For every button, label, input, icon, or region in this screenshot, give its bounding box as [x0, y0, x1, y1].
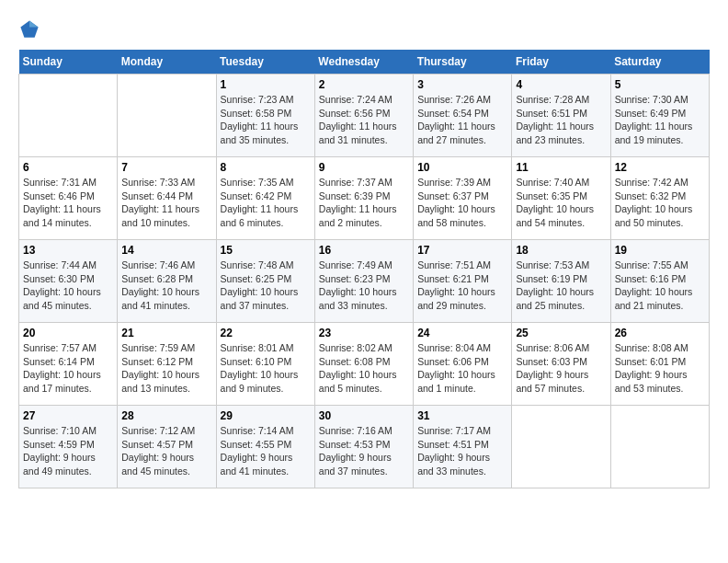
calendar-cell: 6Sunrise: 7:31 AM Sunset: 6:46 PM Daylig…	[19, 157, 118, 240]
calendar-cell	[19, 75, 118, 157]
day-number: 17	[417, 244, 507, 257]
day-info: Sunrise: 7:57 AM Sunset: 6:14 PM Dayligh…	[23, 341, 113, 396]
day-info: Sunrise: 7:33 AM Sunset: 6:44 PM Dayligh…	[121, 176, 211, 230]
weekday-row: SundayMondayTuesdayWednesdayThursdayFrid…	[19, 50, 710, 75]
day-info: Sunrise: 7:17 AM Sunset: 4:51 PM Dayligh…	[417, 424, 507, 478]
day-info: Sunrise: 7:10 AM Sunset: 4:59 PM Dayligh…	[23, 424, 113, 478]
day-info: Sunrise: 7:31 AM Sunset: 6:46 PM Dayligh…	[23, 176, 113, 230]
calendar-cell: 29Sunrise: 7:14 AM Sunset: 4:55 PM Dayli…	[216, 406, 314, 488]
calendar-cell: 28Sunrise: 7:12 AM Sunset: 4:57 PM Dayli…	[118, 406, 216, 488]
calendar-cell: 26Sunrise: 8:08 AM Sunset: 6:01 PM Dayli…	[610, 323, 709, 406]
calendar-cell: 18Sunrise: 7:53 AM Sunset: 6:19 PM Dayli…	[512, 240, 610, 323]
day-info: Sunrise: 8:01 AM Sunset: 6:10 PM Dayligh…	[221, 341, 311, 396]
calendar-cell: 20Sunrise: 7:57 AM Sunset: 6:14 PM Dayli…	[19, 323, 118, 406]
day-number: 13	[23, 244, 113, 257]
day-info: Sunrise: 7:26 AM Sunset: 6:54 PM Dayligh…	[417, 93, 507, 147]
day-info: Sunrise: 7:39 AM Sunset: 6:37 PM Dayligh…	[417, 176, 507, 230]
day-number: 18	[516, 244, 606, 257]
calendar-cell: 7Sunrise: 7:33 AM Sunset: 6:44 PM Daylig…	[118, 157, 216, 240]
day-info: Sunrise: 7:24 AM Sunset: 6:56 PM Dayligh…	[319, 93, 409, 147]
day-number: 29	[221, 409, 311, 422]
day-number: 4	[516, 78, 606, 91]
calendar-cell: 9Sunrise: 7:37 AM Sunset: 6:39 PM Daylig…	[314, 157, 413, 240]
calendar-week-row: 13Sunrise: 7:44 AM Sunset: 6:30 PM Dayli…	[19, 240, 710, 323]
logo-icon	[18, 18, 40, 40]
day-info: Sunrise: 7:35 AM Sunset: 6:42 PM Dayligh…	[221, 176, 311, 230]
calendar-week-row: 6Sunrise: 7:31 AM Sunset: 6:46 PM Daylig…	[19, 157, 710, 240]
calendar-cell: 23Sunrise: 8:02 AM Sunset: 6:08 PM Dayli…	[314, 323, 413, 406]
calendar-cell: 3Sunrise: 7:26 AM Sunset: 6:54 PM Daylig…	[414, 75, 512, 157]
calendar-cell: 16Sunrise: 7:49 AM Sunset: 6:23 PM Dayli…	[314, 240, 413, 323]
day-number: 16	[319, 244, 409, 257]
day-number: 1	[221, 78, 311, 91]
calendar-cell: 8Sunrise: 7:35 AM Sunset: 6:42 PM Daylig…	[216, 157, 314, 240]
day-number: 8	[221, 161, 311, 174]
day-number: 12	[615, 161, 705, 174]
day-info: Sunrise: 7:55 AM Sunset: 6:16 PM Dayligh…	[615, 259, 705, 313]
weekday-header: Tuesday	[216, 50, 314, 75]
weekday-header: Thursday	[414, 50, 512, 75]
day-info: Sunrise: 7:23 AM Sunset: 6:58 PM Dayligh…	[221, 93, 311, 147]
calendar-cell: 30Sunrise: 7:16 AM Sunset: 4:53 PM Dayli…	[314, 406, 413, 488]
day-number: 28	[121, 409, 211, 422]
calendar-cell: 22Sunrise: 8:01 AM Sunset: 6:10 PM Dayli…	[216, 323, 314, 406]
day-number: 14	[121, 244, 211, 257]
calendar-cell: 31Sunrise: 7:17 AM Sunset: 4:51 PM Dayli…	[414, 406, 512, 488]
calendar-cell: 27Sunrise: 7:10 AM Sunset: 4:59 PM Dayli…	[19, 406, 118, 488]
calendar-cell: 1Sunrise: 7:23 AM Sunset: 6:58 PM Daylig…	[216, 75, 314, 157]
calendar-body: 1Sunrise: 7:23 AM Sunset: 6:58 PM Daylig…	[19, 75, 710, 488]
day-info: Sunrise: 7:59 AM Sunset: 6:12 PM Dayligh…	[121, 341, 211, 396]
calendar-cell: 4Sunrise: 7:28 AM Sunset: 6:51 PM Daylig…	[512, 75, 610, 157]
day-info: Sunrise: 8:06 AM Sunset: 6:03 PM Dayligh…	[516, 341, 606, 396]
day-number: 2	[319, 78, 409, 91]
day-number: 15	[221, 244, 311, 257]
svg-marker-1	[29, 20, 39, 27]
calendar-cell: 14Sunrise: 7:46 AM Sunset: 6:28 PM Dayli…	[118, 240, 216, 323]
day-info: Sunrise: 7:42 AM Sunset: 6:32 PM Dayligh…	[615, 176, 705, 230]
day-number: 5	[615, 78, 705, 91]
calendar-week-row: 27Sunrise: 7:10 AM Sunset: 4:59 PM Dayli…	[19, 406, 710, 488]
day-info: Sunrise: 7:28 AM Sunset: 6:51 PM Dayligh…	[516, 93, 606, 147]
day-number: 20	[23, 327, 113, 339]
day-number: 23	[319, 327, 409, 339]
day-info: Sunrise: 7:37 AM Sunset: 6:39 PM Dayligh…	[319, 176, 409, 230]
day-number: 11	[516, 161, 606, 174]
calendar-cell: 17Sunrise: 7:51 AM Sunset: 6:21 PM Dayli…	[414, 240, 512, 323]
day-number: 3	[417, 78, 507, 91]
calendar-table: SundayMondayTuesdayWednesdayThursdayFrid…	[18, 50, 710, 488]
day-number: 30	[319, 409, 409, 422]
day-number: 26	[615, 327, 705, 339]
day-info: Sunrise: 7:49 AM Sunset: 6:23 PM Dayligh…	[319, 259, 409, 313]
day-info: Sunrise: 7:16 AM Sunset: 4:53 PM Dayligh…	[319, 424, 409, 478]
day-info: Sunrise: 8:02 AM Sunset: 6:08 PM Dayligh…	[319, 341, 409, 396]
calendar-cell: 15Sunrise: 7:48 AM Sunset: 6:25 PM Dayli…	[216, 240, 314, 323]
calendar-cell	[610, 406, 709, 488]
day-number: 24	[417, 327, 507, 339]
day-number: 31	[417, 409, 507, 422]
calendar-week-row: 1Sunrise: 7:23 AM Sunset: 6:58 PM Daylig…	[19, 75, 710, 157]
day-info: Sunrise: 7:53 AM Sunset: 6:19 PM Dayligh…	[516, 259, 606, 313]
weekday-header: Saturday	[610, 50, 709, 75]
day-info: Sunrise: 7:48 AM Sunset: 6:25 PM Dayligh…	[221, 259, 311, 313]
day-number: 21	[121, 327, 211, 339]
calendar-cell: 12Sunrise: 7:42 AM Sunset: 6:32 PM Dayli…	[610, 157, 709, 240]
day-info: Sunrise: 7:14 AM Sunset: 4:55 PM Dayligh…	[221, 424, 311, 478]
calendar-cell	[118, 75, 216, 157]
day-info: Sunrise: 7:44 AM Sunset: 6:30 PM Dayligh…	[23, 259, 113, 313]
day-info: Sunrise: 7:46 AM Sunset: 6:28 PM Dayligh…	[121, 259, 211, 313]
calendar-header: SundayMondayTuesdayWednesdayThursdayFrid…	[19, 50, 710, 75]
day-info: Sunrise: 7:12 AM Sunset: 4:57 PM Dayligh…	[121, 424, 211, 478]
day-number: 27	[23, 409, 113, 422]
calendar-cell: 2Sunrise: 7:24 AM Sunset: 6:56 PM Daylig…	[314, 75, 413, 157]
page-header	[18, 18, 710, 40]
day-number: 22	[221, 327, 311, 339]
calendar-cell: 24Sunrise: 8:04 AM Sunset: 6:06 PM Dayli…	[414, 323, 512, 406]
calendar-cell	[512, 406, 610, 488]
day-info: Sunrise: 8:04 AM Sunset: 6:06 PM Dayligh…	[417, 341, 507, 396]
calendar-cell: 21Sunrise: 7:59 AM Sunset: 6:12 PM Dayli…	[118, 323, 216, 406]
day-info: Sunrise: 7:51 AM Sunset: 6:21 PM Dayligh…	[417, 259, 507, 313]
calendar-cell: 19Sunrise: 7:55 AM Sunset: 6:16 PM Dayli…	[610, 240, 709, 323]
day-info: Sunrise: 8:08 AM Sunset: 6:01 PM Dayligh…	[615, 341, 705, 396]
calendar-cell: 25Sunrise: 8:06 AM Sunset: 6:03 PM Dayli…	[512, 323, 610, 406]
calendar-cell: 5Sunrise: 7:30 AM Sunset: 6:49 PM Daylig…	[610, 75, 709, 157]
